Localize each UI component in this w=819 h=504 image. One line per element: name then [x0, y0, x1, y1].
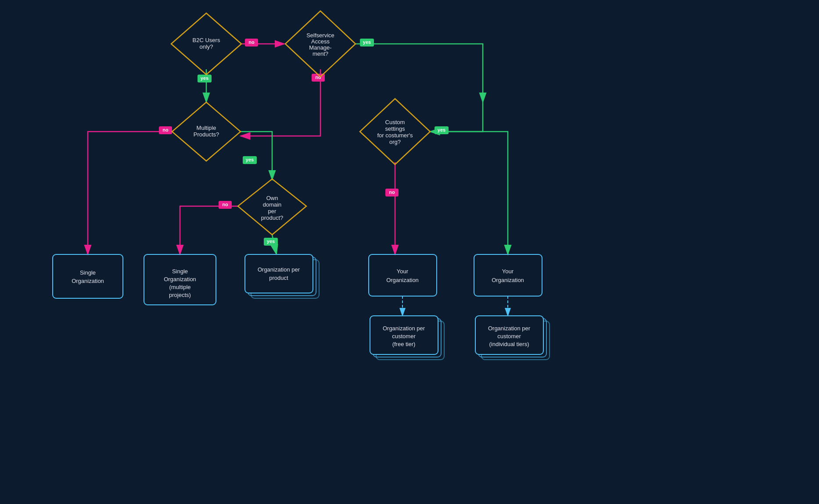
svg-text:projects): projects) — [169, 292, 191, 298]
svg-text:(free tier): (free tier) — [392, 341, 416, 347]
svg-text:yes: yes — [267, 239, 275, 244]
svg-text:Organization per: Organization per — [258, 266, 300, 273]
svg-rect-54 — [245, 254, 313, 293]
svg-text:product?: product? — [261, 214, 284, 221]
svg-text:no: no — [162, 127, 169, 132]
svg-text:yes: yes — [363, 39, 371, 45]
svg-text:settings: settings — [385, 125, 405, 132]
svg-text:Organization: Organization — [72, 278, 104, 284]
diamond-custom-settings: Custom settings for costumer's org? — [360, 99, 430, 164]
svg-text:per: per — [268, 208, 277, 214]
badge-no-d5b2: no — [219, 201, 232, 209]
arrow-d2-yes-right — [356, 44, 483, 102]
badge-yes-d2right: yes — [360, 39, 374, 46]
box-single-org: Single Organization — [53, 254, 123, 298]
svg-text:Manage-: Manage- — [309, 44, 331, 51]
svg-text:Selfservice: Selfservice — [306, 32, 334, 39]
box-single-org-multi: Single Organization (multiple projects) — [144, 254, 216, 305]
svg-text:product: product — [269, 275, 288, 281]
badge-yes-d3d5: yes — [243, 156, 257, 164]
svg-text:Organization: Organization — [164, 276, 196, 282]
svg-text:ment?: ment? — [313, 50, 328, 57]
box-your-org-1: Your Organization — [369, 254, 437, 296]
svg-text:Access: Access — [311, 38, 330, 45]
svg-text:no: no — [222, 202, 228, 207]
arrow-d2-no-d3 — [241, 69, 320, 136]
svg-text:Your: Your — [397, 268, 409, 275]
arrow-d3-yes-d5 — [241, 132, 272, 180]
badge-no-d3b1: no — [159, 126, 172, 134]
svg-rect-44 — [53, 254, 123, 298]
svg-text:org?: org? — [389, 139, 401, 145]
svg-text:no: no — [389, 189, 395, 195]
svg-text:only?: only? — [199, 43, 213, 50]
box-org-per-customer-individual: Organization per customer (individual ti… — [475, 316, 550, 360]
svg-text:Products?: Products? — [194, 131, 219, 138]
arrow-d4-yes-b5 — [430, 132, 508, 254]
badge-yes-d5b3: yes — [264, 238, 278, 246]
box-org-per-customer-free: Organization per customer (free tier) — [370, 316, 444, 360]
svg-text:yes: yes — [201, 75, 208, 81]
diamond-own-domain: Own domain per product? — [238, 179, 306, 235]
diamond-multiple-products: Multiple Products? — [172, 102, 241, 161]
svg-text:Multiple: Multiple — [197, 125, 216, 131]
svg-text:(individual tiers): (individual tiers) — [489, 341, 529, 347]
svg-text:Your: Your — [502, 268, 514, 275]
svg-text:customer: customer — [497, 333, 521, 340]
svg-text:B2C Users: B2C Users — [193, 37, 220, 43]
svg-text:(multiple: (multiple — [169, 284, 190, 290]
svg-text:customer: customer — [392, 333, 416, 340]
svg-text:Organization: Organization — [386, 277, 419, 283]
arrow-d5-no-b2 — [180, 206, 238, 254]
flowchart-diagram: no yes yes no no yes no — [0, 0, 819, 504]
badge-yes-d4b5: yes — [435, 126, 449, 134]
svg-text:yes: yes — [246, 157, 254, 162]
badge-yes-d1d3: yes — [198, 75, 212, 82]
svg-text:Organization per: Organization per — [383, 325, 425, 332]
badge-no-d4b4: no — [385, 189, 399, 197]
svg-text:Own: Own — [266, 195, 278, 201]
svg-text:domain: domain — [263, 201, 282, 208]
box-org-per-product: Organization per product — [245, 254, 319, 298]
svg-text:Single: Single — [80, 269, 96, 276]
svg-text:Organization per: Organization per — [488, 325, 531, 332]
badge-no-d1d2: no — [245, 39, 258, 46]
svg-text:no: no — [248, 39, 255, 45]
svg-text:Custom: Custom — [385, 119, 405, 125]
svg-text:yes: yes — [438, 127, 445, 132]
svg-text:for costumer's: for costumer's — [377, 132, 413, 139]
diamond-selfservice: Selfservice Access Manage- ment? — [285, 11, 356, 77]
svg-rect-60 — [474, 254, 542, 296]
box-your-org-2: Your Organization — [474, 254, 542, 296]
arrow-d3-no-b1 — [88, 132, 172, 254]
svg-text:Single: Single — [172, 268, 188, 275]
diamond-b2c: B2C Users only? — [171, 13, 241, 75]
svg-text:Organization: Organization — [492, 277, 524, 283]
svg-rect-57 — [369, 254, 437, 296]
